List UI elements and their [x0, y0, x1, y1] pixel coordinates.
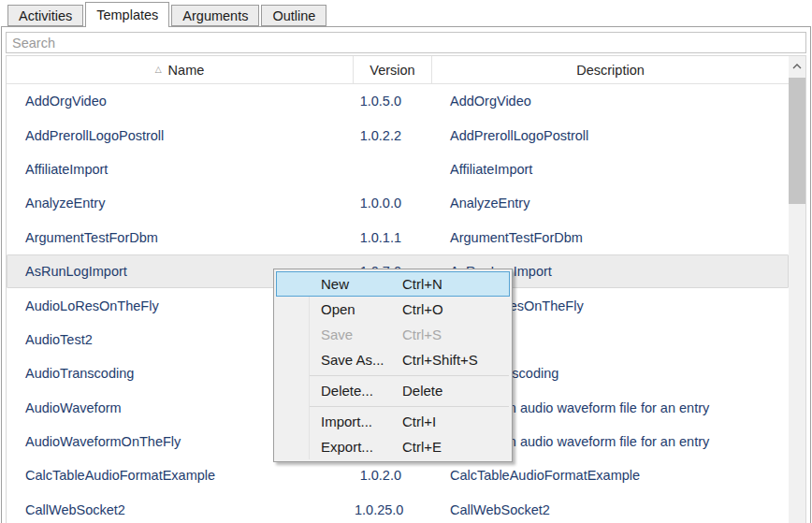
template-version: 1.0.2.2 [355, 128, 433, 143]
scrollbar-thumb[interactable] [789, 78, 805, 204]
tab-strip: Activities Templates Arguments Outline [0, 0, 812, 26]
template-name: AnalyzeEntry [7, 196, 355, 211]
table-row[interactable]: ArgumentTestForDbm 1.0.1.1 ArgumentTestF… [7, 221, 789, 254]
template-description: AddOrgVideo [433, 94, 788, 109]
template-version: 1.0.5.0 [355, 94, 433, 109]
template-description: CallWebSocket2 [433, 502, 788, 517]
vertical-scrollbar[interactable] [789, 56, 805, 523]
chevron-up-icon [792, 64, 802, 69]
menu-item-label: Delete... [321, 383, 402, 399]
scroll-up-button[interactable] [789, 56, 805, 76]
template-description: AnalyzeEntry [433, 196, 788, 211]
table-row[interactable]: CallWebSocket2 1.0.25.0 CallWebSocket2 [7, 493, 789, 523]
tab-arguments[interactable]: Arguments [171, 5, 259, 26]
column-header-description[interactable]: Description [432, 56, 789, 83]
grid-header: △ Name Version Description [7, 56, 789, 84]
menu-item-delete[interactable]: Delete... Delete [276, 378, 510, 403]
menu-item-save[interactable]: Save Ctrl+S [276, 322, 510, 347]
template-description: ArgumentTestForDbm [433, 230, 788, 245]
template-version: 1.0.0.0 [355, 196, 433, 211]
menu-item-label: Save As... [321, 352, 402, 368]
template-description: CalcTableAudioFormatExample [433, 468, 788, 483]
template-version: 1.0.25.0 [355, 502, 433, 517]
menu-item-shortcut: Ctrl+O [402, 301, 509, 317]
menu-item-shortcut: Ctrl+I [402, 414, 509, 429]
menu-item-export[interactable]: Export... Ctrl+E [276, 434, 510, 459]
menu-item-shortcut: Ctrl+Shift+S [402, 352, 509, 368]
column-header-label: Version [370, 63, 414, 78]
menu-item-shortcut: Ctrl+S [402, 327, 509, 342]
column-header-label: Description [576, 63, 645, 78]
menu-item-shortcut: Ctrl+N [402, 276, 509, 292]
tab-outline[interactable]: Outline [261, 5, 326, 26]
menu-item-shortcut: Delete [402, 383, 509, 399]
template-name: AddPrerollLogoPostroll [7, 128, 355, 143]
table-row[interactable]: AnalyzeEntry 1.0.0.0 AnalyzeEntry [7, 186, 789, 220]
template-name: AffiliateImport [7, 162, 355, 177]
table-row[interactable]: AddPrerollLogoPostroll 1.0.2.2 AddPrerol… [7, 118, 789, 152]
menu-item-import[interactable]: Import... Ctrl+I [276, 409, 510, 434]
column-header-label: Name [168, 63, 205, 78]
menu-item-label: Save [321, 327, 402, 342]
table-row[interactable]: CalcTableAudioFormatExample 1.0.2.0 Calc… [7, 458, 789, 492]
menu-item-label: New [321, 276, 402, 292]
template-description: AddPrerollLogoPostroll [433, 128, 788, 143]
table-row[interactable]: AddOrgVideo 1.0.5.0 AddOrgVideo [7, 84, 789, 118]
menu-item-shortcut: Ctrl+E [402, 439, 509, 455]
template-description: AffiliateImport [433, 162, 788, 177]
template-name: CalcTableAudioFormatExample [7, 468, 355, 483]
template-name: CallWebSocket2 [7, 502, 355, 517]
menu-item-open[interactable]: Open Ctrl+O [276, 297, 510, 322]
menu-item-new[interactable]: New Ctrl+N [276, 271, 510, 297]
template-name: AddOrgVideo [7, 94, 355, 109]
table-row[interactable]: AffiliateImport AffiliateImport [7, 153, 789, 186]
template-version: 1.0.1.1 [355, 230, 433, 245]
tab-templates[interactable]: Templates [85, 2, 169, 27]
context-menu: New Ctrl+N Open Ctrl+O Save Ctrl+S Save … [273, 269, 513, 462]
menu-item-save-as[interactable]: Save As... Ctrl+Shift+S [276, 347, 510, 372]
search-input[interactable] [6, 32, 806, 53]
column-header-name[interactable]: △ Name [7, 56, 354, 83]
column-header-version[interactable]: Version [354, 56, 432, 83]
tab-activities[interactable]: Activities [7, 5, 83, 26]
menu-item-label: Open [321, 301, 402, 317]
sort-ascending-icon: △ [155, 65, 162, 74]
menu-item-label: Import... [321, 414, 402, 429]
template-name: ArgumentTestForDbm [7, 230, 355, 245]
templates-manager-window: Activities Templates Arguments Outline △… [0, 0, 812, 523]
template-version: 1.0.2.0 [355, 468, 433, 483]
menu-item-label: Export... [321, 439, 402, 455]
